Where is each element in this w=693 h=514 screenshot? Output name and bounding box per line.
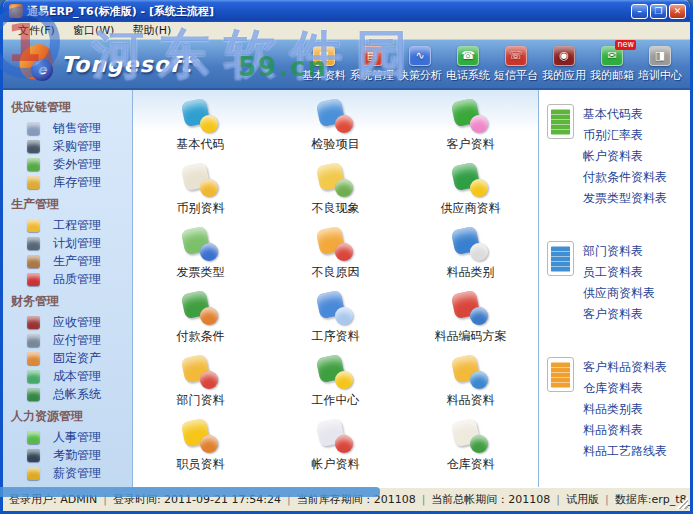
sidebar-item[interactable]: 成本管理 xyxy=(11,367,132,385)
grid-item[interactable]: 仓库资料 xyxy=(403,418,538,482)
grid-item-label: 付款条件 xyxy=(176,328,224,345)
grid-item-icon xyxy=(450,98,490,134)
toolbar-label: 我的邮箱 xyxy=(590,68,634,83)
icon-shape-secondary xyxy=(335,179,353,197)
grid-item[interactable]: 工序资料 xyxy=(268,290,403,354)
report-link[interactable]: 基本代码表 xyxy=(583,104,667,125)
report-link[interactable]: 客户资料表 xyxy=(583,304,655,325)
grid-item-icon xyxy=(315,162,355,198)
sidebar-item[interactable]: 人事管理 xyxy=(11,428,132,446)
grid-item[interactable]: 料品资料 xyxy=(403,354,538,418)
report-icon-fill xyxy=(551,362,570,388)
grid-item[interactable]: 帐户资料 xyxy=(268,418,403,482)
report-link[interactable]: 料品类别表 xyxy=(583,399,667,420)
sms-platform-icon: ☏ xyxy=(505,46,527,66)
report-link[interactable]: 发票类型资料表 xyxy=(583,188,667,209)
grid-item[interactable]: 职员资料 xyxy=(133,418,268,482)
report-link[interactable]: 员工资料表 xyxy=(583,262,655,283)
menu-item-1[interactable]: 窗口(W) xyxy=(64,22,123,39)
status-separator: | xyxy=(605,493,609,506)
sidebar-item[interactable]: 计划管理 xyxy=(11,234,132,252)
new-badge: new xyxy=(615,40,636,50)
sidebar-item[interactable]: 固定资产 xyxy=(11,349,132,367)
toolbar-item-base-data[interactable]: ▦基本资料 xyxy=(302,46,346,83)
grid-item[interactable]: 工作中心 xyxy=(268,354,403,418)
grid-item[interactable]: 不良现象 xyxy=(268,162,403,226)
status-separator: | xyxy=(556,493,560,506)
close-button[interactable]: ✕ xyxy=(669,4,686,19)
grid-item[interactable]: 部门资料 xyxy=(133,354,268,418)
blue-report-icon xyxy=(547,241,574,276)
sidebar-item-label: 计划管理 xyxy=(53,235,101,252)
system-admin-glyph: ▤ xyxy=(367,50,377,61)
grid-item-icon xyxy=(180,354,220,390)
sidebar-item[interactable]: 工程管理 xyxy=(11,216,132,234)
grid-item[interactable]: 料品类别 xyxy=(403,226,538,290)
toolbar-item-analysis[interactable]: ∿决策分析 xyxy=(398,46,442,83)
icon-shape-secondary xyxy=(470,307,488,325)
icon-shape-secondary xyxy=(470,179,488,197)
sidebar-item-icon xyxy=(27,316,40,329)
sidebar-item-label: 固定资产 xyxy=(53,350,101,367)
sidebar-item[interactable]: 品质管理 xyxy=(11,270,132,288)
analysis-icon: ∿ xyxy=(409,46,431,66)
grid-item-icon xyxy=(450,226,490,262)
sidebar-item[interactable]: 总帐系统 xyxy=(11,385,132,403)
sidebar-item-icon xyxy=(27,467,40,480)
report-link[interactable]: 料品资料表 xyxy=(583,420,667,441)
grid-item-label: 职员资料 xyxy=(176,456,224,473)
grid-item[interactable]: 料品编码方案 xyxy=(403,290,538,354)
grid-item[interactable]: 发票类型 xyxy=(133,226,268,290)
grid-item[interactable]: 不良原因 xyxy=(268,226,403,290)
toolbar-item-training-center[interactable]: ◨培训中心 xyxy=(638,46,682,83)
sidebar-item[interactable]: 委外管理 xyxy=(11,155,132,173)
report-link[interactable]: 供应商资料表 xyxy=(583,283,655,304)
report-links: 基本代码表币别汇率表帐户资料表付款条件资料表发票类型资料表 xyxy=(583,104,667,209)
sidebar-item[interactable]: 采购管理 xyxy=(11,137,132,155)
grid-item-icon xyxy=(180,418,220,454)
report-group: 客户料品资料表仓库资料表料品类别表料品资料表料品工艺路线表 xyxy=(547,357,684,462)
toolbar-label: 电话系统 xyxy=(446,68,490,83)
sidebar-item[interactable]: 库存管理 xyxy=(11,173,132,191)
report-link[interactable]: 客户料品资料表 xyxy=(583,357,667,378)
toolbar-item-my-mailbox[interactable]: ✉new我的邮箱 xyxy=(590,46,634,83)
grid-item-label: 料品资料 xyxy=(446,392,494,409)
icon-shape-secondary xyxy=(335,115,353,133)
report-link[interactable]: 料品工艺路线表 xyxy=(583,441,667,462)
toolbar-item-sms-platform[interactable]: ☏短信平台 xyxy=(494,46,538,83)
report-group: 基本代码表币别汇率表帐户资料表付款条件资料表发票类型资料表 xyxy=(547,104,684,209)
grid-item[interactable]: 客户资料 xyxy=(403,98,538,162)
banner: e Tongesoft® ▦基本资料▤系统管理∿决策分析☎电话系统☏短信平台◉我… xyxy=(3,40,690,90)
report-icon-fill xyxy=(551,246,570,272)
report-link[interactable]: 仓库资料表 xyxy=(583,378,667,399)
report-link[interactable]: 币别汇率表 xyxy=(583,125,667,146)
menu-item-0[interactable]: 文件(F) xyxy=(9,22,64,39)
my-apps-icon: ◉ xyxy=(553,46,575,66)
sidebar-item[interactable]: 薪资管理 xyxy=(11,464,132,482)
toolbar-label: 决策分析 xyxy=(398,68,442,83)
grid-item[interactable]: 供应商资料 xyxy=(403,162,538,226)
grid-item-label: 工序资料 xyxy=(311,328,359,345)
minimize-button[interactable]: – xyxy=(631,4,648,19)
grid-item[interactable]: 基本代码 xyxy=(133,98,268,162)
sidebar-item-icon xyxy=(27,352,40,365)
toolbar-item-system-admin[interactable]: ▤系统管理 xyxy=(350,46,394,83)
toolbar-label: 培训中心 xyxy=(638,68,682,83)
grid-item[interactable]: 币别资料 xyxy=(133,162,268,226)
menu-item-2[interactable]: 帮助(H) xyxy=(123,22,180,39)
sidebar-item-icon xyxy=(27,176,40,189)
sidebar-item[interactable]: 销售管理 xyxy=(11,119,132,137)
logo-text: Tongesoft xyxy=(61,52,192,77)
sidebar-item[interactable]: 应付管理 xyxy=(11,331,132,349)
report-link[interactable]: 付款条件资料表 xyxy=(583,167,667,188)
toolbar-item-my-apps[interactable]: ◉我的应用 xyxy=(542,46,586,83)
grid-item[interactable]: 付款条件 xyxy=(133,290,268,354)
sidebar-item[interactable]: 应收管理 xyxy=(11,313,132,331)
sidebar-item[interactable]: 考勤管理 xyxy=(11,446,132,464)
report-link[interactable]: 部门资料表 xyxy=(583,241,655,262)
sidebar-item[interactable]: 生产管理 xyxy=(11,252,132,270)
report-link[interactable]: 帐户资料表 xyxy=(583,146,667,167)
maximize-button[interactable]: ❐ xyxy=(650,4,667,19)
grid-item[interactable]: 检验项目 xyxy=(268,98,403,162)
toolbar-item-phone-system[interactable]: ☎电话系统 xyxy=(446,46,490,83)
